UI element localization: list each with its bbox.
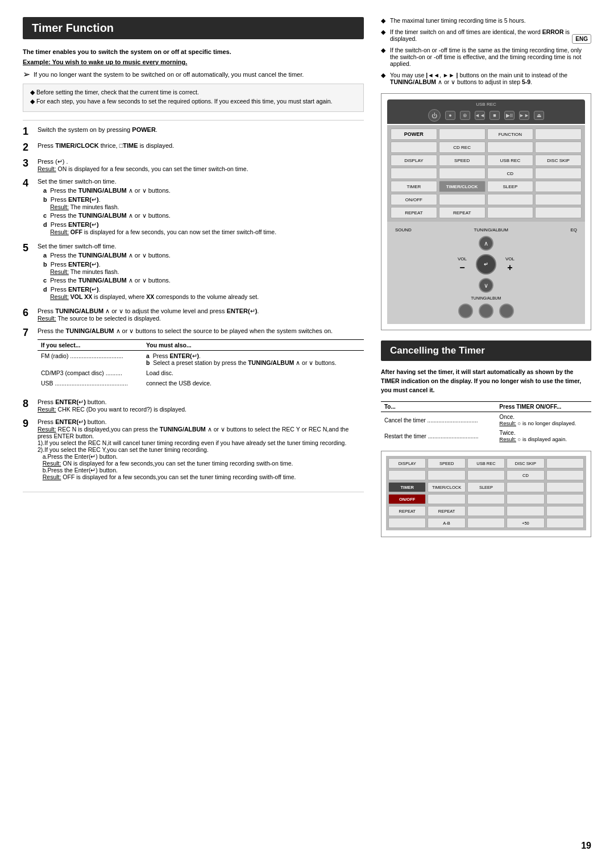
remote-image-box-1: USB REC ⏻ ● ⊕ ◄◄ ■ ▶II ►► ⏏ POWER FUNCTI…	[381, 93, 591, 330]
remote-empty-6	[391, 168, 437, 179]
remote-cd-rec-key[interactable]: CD REC	[439, 142, 486, 153]
left-column: Timer Function The timer enables you to …	[23, 17, 364, 537]
remote-timer-key[interactable]: TIMER	[391, 181, 437, 192]
remote-image-box-2: DISPLAY SPEED USB REC DISC SKIP CD TIMER…	[381, 451, 591, 537]
r2-ab-key[interactable]: A-B	[428, 518, 465, 528]
table-row: FM (radio) .............................…	[38, 351, 364, 368]
remote-empty-13	[487, 207, 534, 218]
remote-display-key[interactable]: DISPLAY	[391, 155, 437, 166]
remote-power-key[interactable]: POWER	[391, 128, 437, 140]
remote-repeat-1-key[interactable]: REPEAT	[391, 207, 437, 218]
tuning-album-label: TUNING/ALBUM	[474, 227, 508, 232]
r2-speed-key[interactable]: SPEED	[428, 458, 465, 468]
r2-empty-14	[546, 506, 584, 516]
bullet-1: ◆ The maximal tuner timing recording tim…	[381, 17, 591, 24]
r2-empty-17	[546, 518, 584, 528]
up-btn[interactable]: ∧	[479, 236, 493, 251]
remote-repeat-2-key[interactable]: REPEAT	[439, 207, 486, 218]
diamond-icon-4: ◆	[381, 72, 387, 85]
cancelling-table: To... Press TIMER ON/OFF... Cancel the t…	[381, 401, 591, 444]
r2-timer-key[interactable]: TIMER	[388, 482, 426, 492]
step-number-5: 5	[23, 243, 33, 253]
r2-empty-6	[507, 482, 544, 492]
remote-usb-rec-key[interactable]: USB REC	[487, 155, 534, 166]
note-line1: ◆ Before setting the timer, check that t…	[30, 89, 356, 95]
r2-repeat-2-key[interactable]: REPEAT	[428, 506, 465, 516]
step-7-content: Press the TUNING/ALBUM ∧ or ∨ buttons to…	[38, 327, 364, 393]
btn-bottom-1[interactable]	[458, 304, 473, 318]
vol-minus-btn[interactable]: −	[459, 263, 464, 273]
down-btn[interactable]: ∨	[479, 278, 493, 293]
r2-empty-7	[546, 482, 584, 492]
r2-display-key[interactable]: DISPLAY	[388, 458, 426, 468]
notice-arrow: ➢ If you no longer want the system to be…	[23, 71, 364, 79]
r2-usb-rec-key[interactable]: USB REC	[467, 458, 505, 468]
vol-left-label: VOL	[458, 256, 467, 261]
arrow-icon: ➢	[23, 70, 30, 79]
eject-btn-icon[interactable]: ⏏	[534, 111, 544, 120]
remote-sleep-key[interactable]: SLEEP	[487, 181, 534, 192]
remote-empty-7	[439, 168, 486, 179]
record-btn-icon[interactable]: ●	[445, 111, 455, 120]
step-5: 5 Set the timer switch-off time. a Press…	[23, 243, 364, 302]
step-9: 9 Press ENTER(↵) button. Result: REC N i…	[23, 418, 364, 480]
remote-empty-14	[535, 207, 582, 218]
r2-disc-skip-key[interactable]: DISC SKIP	[507, 458, 544, 468]
remote-on-off-key[interactable]: ON/OFF	[391, 194, 437, 205]
r2-plus50-key[interactable]: +50	[507, 518, 544, 528]
table-row: Cancel the timer .......................…	[381, 412, 591, 429]
step-number-4: 4	[23, 178, 33, 188]
col-you-must-header: You must also...	[143, 340, 364, 351]
r2-timer-clock-key[interactable]: TIMER/CLOCK	[428, 482, 465, 492]
step-number-6: 6	[23, 308, 33, 318]
r2-on-off-key[interactable]: ON/OFF	[388, 494, 426, 504]
r2-empty-5	[546, 470, 584, 480]
table-row: CD/MP3 (compact disc) .......... Load di…	[38, 368, 364, 378]
r2-empty-3	[428, 470, 465, 480]
step-4: 4 Set the timer switch-on time. a Press …	[23, 178, 364, 237]
diamond-icon-1: ◆	[381, 17, 387, 24]
step-2-content: Press TIMER/CLOCK thrice, □TIME is displ…	[38, 142, 364, 149]
step-number-8: 8	[23, 398, 33, 409]
steps-list: 1 Switch the system on by pressing POWER…	[23, 126, 364, 480]
remote-speed-key[interactable]: SPEED	[439, 155, 486, 166]
play-btn-icon[interactable]: ▶II	[504, 111, 515, 120]
remote-empty-5	[535, 142, 582, 153]
remote-empty-10	[439, 194, 486, 205]
r2-empty-1	[546, 458, 584, 468]
step-number-7: 7	[23, 327, 33, 338]
display-btn-icon[interactable]: ⊕	[460, 111, 470, 120]
cancelling-title: Cancelling the Timer	[381, 340, 591, 361]
diamond-icon-2: ◆	[381, 28, 387, 42]
step-6-content: Press TUNING/ALBUM ∧ or ∨ to adjust the …	[38, 308, 364, 322]
page-number: 19	[581, 841, 591, 851]
power-btn-icon[interactable]: ⏻	[428, 109, 441, 122]
remote-empty-12	[535, 194, 582, 205]
r2-empty-2	[388, 470, 426, 480]
next-btn-icon[interactable]: ►►	[519, 111, 529, 120]
press-timer-header: Press TIMER ON/OFF...	[496, 402, 591, 412]
note-line2: ◆ For each step, you have a few seconds …	[30, 98, 356, 105]
remote-empty-1	[439, 128, 486, 140]
enter-btn[interactable]: ↵	[476, 254, 496, 275]
r2-empty-13	[507, 506, 544, 516]
btn-bottom-2[interactable]	[479, 304, 493, 318]
remote-disc-skip-key[interactable]: DISC SKIP	[535, 155, 582, 166]
remote-timer-clock-key[interactable]: TIMER/CLOCK	[439, 181, 486, 192]
remote-cd-key[interactable]: CD	[487, 168, 534, 179]
step-3: 3 Press (↵) . Result: ON is displayed fo…	[23, 158, 364, 172]
btn-bottom-3[interactable]	[499, 304, 514, 318]
stop-btn-icon[interactable]: ■	[489, 111, 500, 120]
right-bullets: ◆ The maximal tuner timing recording tim…	[381, 17, 591, 85]
step-8: 8 Press ENTER(↵) button. Result: CHK REC…	[23, 398, 364, 413]
r2-cd-key[interactable]: CD	[507, 470, 544, 480]
r2-repeat-1-key[interactable]: REPEAT	[388, 506, 426, 516]
r2-sleep-key[interactable]: SLEEP	[467, 482, 505, 492]
remote-empty-9	[535, 181, 582, 192]
to-header: To...	[381, 402, 496, 412]
vol-plus-btn[interactable]: +	[507, 263, 512, 273]
remote-function-key[interactable]: FUNCTION	[487, 128, 534, 140]
col-if-header: If you select...	[38, 340, 143, 351]
prev-btn-icon[interactable]: ◄◄	[475, 111, 485, 120]
remote-empty-2	[535, 128, 582, 140]
